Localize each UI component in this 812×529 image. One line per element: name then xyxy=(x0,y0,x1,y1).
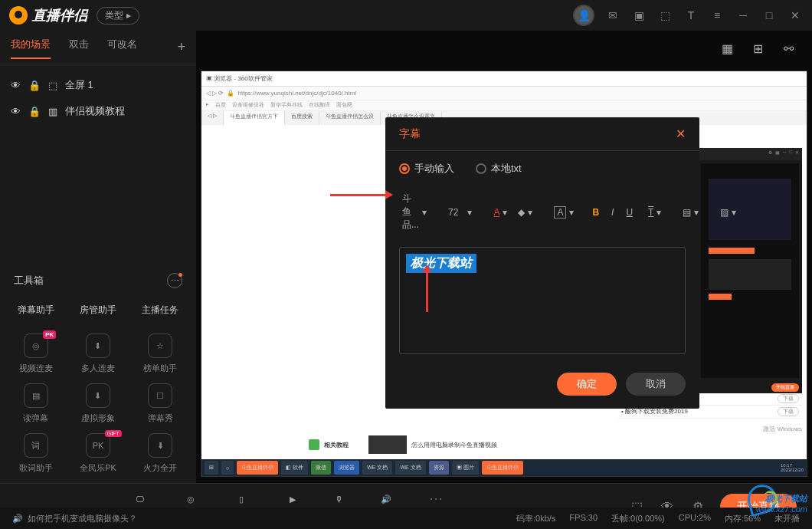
subtitle-text-input[interactable]: 极光下载站 xyxy=(399,247,686,354)
outline-button[interactable]: A▾ xyxy=(551,205,577,220)
radio-manual-input[interactable]: 手动输入 xyxy=(399,162,454,176)
eye-icon[interactable]: 👁 xyxy=(11,106,21,117)
type-button[interactable]: 类型▸ xyxy=(97,7,139,25)
add-scene-button[interactable]: + xyxy=(177,39,185,55)
share-icon[interactable]: ⚯ xyxy=(780,40,797,57)
tool-lyrics-assist[interactable]: 词歌词助手 xyxy=(6,433,65,474)
stat-cpu: CPU:2% xyxy=(679,513,711,524)
tab-doubleclick: 双击 xyxy=(69,38,89,58)
window-icon[interactable]: ⊞ xyxy=(749,40,766,57)
tool-virtual-avatar[interactable]: ⬇虚拟形象 xyxy=(68,383,127,424)
app-title: 直播伴侣 xyxy=(32,6,87,25)
radio-local-txt[interactable]: 本地txt xyxy=(476,162,522,176)
stat-status: 未开播 xyxy=(774,513,800,524)
fill-color-button[interactable]: ◆▾ xyxy=(515,205,535,219)
tool-room-assist[interactable]: 房管助手 xyxy=(68,301,127,320)
effect-button[interactable]: ▨▾ xyxy=(717,205,739,219)
toolbox-header: 工具箱 xyxy=(14,274,44,288)
tool-video-link[interactable]: PK◎视频连麦 xyxy=(6,334,65,374)
stat-bitrate: 码率:0kb/s xyxy=(516,513,555,524)
size-select[interactable]: 72▾ xyxy=(445,205,475,219)
dialog-title: 字幕 xyxy=(399,127,421,141)
dialog-close-button[interactable]: ✕ xyxy=(676,127,686,141)
annotation-arrow-up xyxy=(426,266,428,312)
font-color-button[interactable]: A▾ xyxy=(490,205,510,219)
text-icon[interactable]: T xyxy=(683,8,699,23)
tool-danmu-assist[interactable]: 弹幕助手 xyxy=(6,301,65,320)
tool-anchor-task[interactable]: 主播任务 xyxy=(131,301,190,320)
align-button[interactable]: ▤▾ xyxy=(679,205,702,219)
stat-fps: FPS:30 xyxy=(569,513,598,524)
maximize-icon[interactable]: □ xyxy=(761,8,777,23)
watermark: 极光下载站 www.xz7.com xyxy=(756,493,807,514)
eye-icon[interactable]: 👁 xyxy=(11,80,21,91)
tool-read-danmu[interactable]: ▤读弹幕 xyxy=(6,383,65,424)
monitor-icon[interactable]: ▣ xyxy=(631,8,647,23)
app-logo: 直播伴侣 xyxy=(9,6,87,25)
bold-button[interactable]: B xyxy=(592,207,599,218)
font-select[interactable]: 斗鱼品...▾ xyxy=(399,191,430,233)
tool-danmu-show[interactable]: ☐弹幕秀 xyxy=(131,383,190,424)
tool-rank-assist[interactable]: ☆榜单助手 xyxy=(131,334,190,374)
mail-icon[interactable]: ✉ xyxy=(605,8,620,23)
screen-icon[interactable]: ⬚ xyxy=(657,8,673,23)
lock-icon[interactable]: 🔒 xyxy=(28,80,41,91)
text-style-button[interactable]: T▾ xyxy=(645,205,664,219)
tab-my-scenes[interactable]: 我的场景 xyxy=(11,38,51,58)
captured-taskbar: ⊞○ 斗鱼直播伴侣 ◧ 软件微信 浏览器WE 文档 WE 文档资源 ▣ 图片斗鱼… xyxy=(201,459,807,476)
text-format-toolbar: 斗鱼品...▾ 72▾ A▾ ◆▾ A▾ B I U T▾ xyxy=(385,186,699,238)
scene-item-fullscreen[interactable]: 👁🔒⬚ 全屏 1 xyxy=(0,72,196,98)
tool-pk[interactable]: GIFTPK全民乐PK xyxy=(68,433,127,474)
underline-button[interactable]: U xyxy=(626,207,633,218)
logo-icon xyxy=(9,6,28,25)
annotation-arrow xyxy=(330,194,391,196)
menu-icon[interactable]: ≡ xyxy=(709,8,725,23)
tab-rename: 可改名 xyxy=(107,38,137,58)
sound-icon: 🔊 xyxy=(12,514,23,524)
tool-multi-link[interactable]: ⬇多人连麦 xyxy=(68,334,127,374)
sidebar: 我的场景 双击 可改名 + 👁🔒⬚ 全屏 1 👁🔒▥ 伴侣视频教程 工具箱 ⋯ … xyxy=(0,31,196,483)
subtitle-dialog: 字幕 ✕ 手动输入 本地txt 斗鱼品...▾ 72▾ A▾ ◆▾ xyxy=(385,117,699,409)
close-icon[interactable]: ✕ xyxy=(787,8,803,23)
preview-area: ▦ ⊞ ⚯ ▣ 浏览器 - 360软件管家 ◁ ▷ ⟳🔒https://www.… xyxy=(196,31,812,483)
status-bar: 🔊 如何把手机变成电脑摄像头？ 码率:0kb/s FPS:30 丢帧:0(0.0… xyxy=(0,508,812,529)
status-tip[interactable]: 🔊 如何把手机变成电脑摄像头？ xyxy=(12,513,137,524)
ok-button[interactable]: 确定 xyxy=(557,373,617,396)
user-avatar[interactable]: 👤 xyxy=(573,5,594,26)
stat-drop: 丢帧:0(0.00%) xyxy=(611,513,665,524)
scene-item-tutorial[interactable]: 👁🔒▥ 伴侣视频教程 xyxy=(0,98,196,124)
italic-button[interactable]: I xyxy=(611,207,614,218)
minimize-icon[interactable]: ─ xyxy=(735,8,751,23)
lock-icon[interactable]: 🔒 xyxy=(28,106,41,117)
tool-fire-full[interactable]: ⬇火力全开 xyxy=(131,433,190,474)
captured-browser: ▣ 浏览器 - 360软件管家 ◁ ▷ ⟳🔒https://www.yunqis… xyxy=(201,71,807,477)
toolbox-more-button[interactable]: ⋯ xyxy=(167,273,182,288)
layout-icon[interactable]: ▦ xyxy=(719,40,735,57)
cancel-button[interactable]: 取消 xyxy=(626,373,686,396)
